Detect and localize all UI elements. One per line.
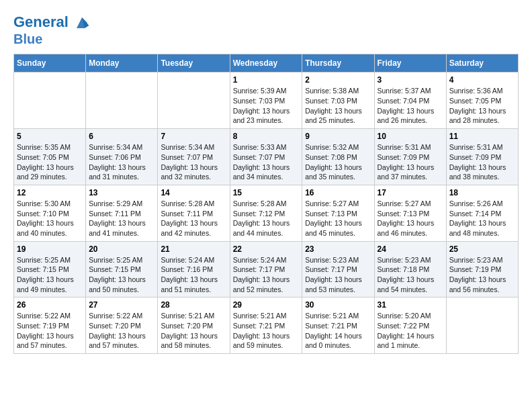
day-number: 18: [449, 188, 515, 197]
day-info: Sunrise: 5:29 AMSunset: 7:11 PMDaylight:…: [89, 199, 154, 238]
calendar-cell: 8Sunrise: 5:33 AMSunset: 7:07 PMDaylight…: [230, 129, 302, 185]
calendar-week-row: 12Sunrise: 5:30 AMSunset: 7:10 PMDayligh…: [14, 185, 519, 241]
weekday-header: Thursday: [302, 54, 374, 73]
day-number: 12: [17, 188, 83, 197]
day-info: Sunrise: 5:38 AMSunset: 7:03 PMDaylight:…: [305, 86, 371, 126]
day-number: 22: [233, 244, 300, 254]
day-info: Sunrise: 5:20 AMSunset: 7:22 PMDaylight:…: [378, 311, 443, 351]
calendar-week-row: 26Sunrise: 5:22 AMSunset: 7:19 PMDayligh…: [14, 298, 519, 354]
day-info: Sunrise: 5:36 AMSunset: 7:05 PMDaylight:…: [449, 86, 515, 126]
day-number: 24: [378, 244, 443, 254]
day-info: Sunrise: 5:33 AMSunset: 7:07 PMDaylight:…: [233, 142, 300, 182]
day-number: 14: [161, 188, 226, 197]
day-info: Sunrise: 5:28 AMSunset: 7:12 PMDaylight:…: [233, 199, 300, 238]
day-info: Sunrise: 5:23 AMSunset: 7:17 PMDaylight:…: [305, 255, 371, 295]
calendar-cell: [14, 73, 86, 129]
day-number: 21: [161, 244, 226, 254]
day-info: Sunrise: 5:21 AMSunset: 7:21 PMDaylight:…: [233, 311, 300, 351]
day-info: Sunrise: 5:22 AMSunset: 7:19 PMDaylight:…: [17, 311, 83, 351]
day-number: 2: [305, 75, 371, 85]
day-info: Sunrise: 5:34 AMSunset: 7:06 PMDaylight:…: [89, 142, 154, 182]
logo: General Blue: [13, 13, 90, 47]
calendar-cell: [86, 73, 158, 129]
weekday-header: Monday: [86, 54, 158, 73]
calendar-week-row: 5Sunrise: 5:35 AMSunset: 7:05 PMDaylight…: [14, 129, 519, 185]
calendar-cell: 6Sunrise: 5:34 AMSunset: 7:06 PMDaylight…: [86, 129, 158, 185]
day-number: 9: [305, 132, 371, 141]
calendar-cell: 20Sunrise: 5:25 AMSunset: 7:15 PMDayligh…: [86, 241, 158, 298]
day-number: 15: [233, 188, 300, 197]
calendar-table: SundayMondayTuesdayWednesdayThursdayFrid…: [13, 54, 519, 354]
weekday-header: Tuesday: [158, 54, 230, 73]
calendar-cell: 18Sunrise: 5:26 AMSunset: 7:14 PMDayligh…: [446, 185, 518, 241]
day-number: 27: [89, 300, 154, 310]
calendar-cell: 3Sunrise: 5:37 AMSunset: 7:04 PMDaylight…: [374, 73, 446, 129]
day-number: 31: [378, 300, 443, 310]
calendar-cell: 13Sunrise: 5:29 AMSunset: 7:11 PMDayligh…: [86, 185, 158, 241]
day-number: 19: [17, 244, 83, 254]
day-info: Sunrise: 5:34 AMSunset: 7:07 PMDaylight:…: [161, 142, 226, 182]
day-number: 25: [449, 244, 515, 254]
day-info: Sunrise: 5:39 AMSunset: 7:03 PMDaylight:…: [233, 86, 300, 126]
day-number: 17: [378, 188, 443, 197]
calendar-cell: [158, 73, 230, 129]
day-number: 4: [449, 75, 515, 85]
day-number: 7: [161, 132, 226, 141]
day-number: 3: [378, 75, 443, 85]
calendar-cell: 16Sunrise: 5:27 AMSunset: 7:13 PMDayligh…: [302, 185, 374, 241]
day-info: Sunrise: 5:21 AMSunset: 7:21 PMDaylight:…: [305, 311, 371, 351]
day-number: 5: [17, 132, 83, 141]
calendar-week-row: 1Sunrise: 5:39 AMSunset: 7:03 PMDaylight…: [14, 73, 519, 129]
day-info: Sunrise: 5:25 AMSunset: 7:15 PMDaylight:…: [17, 255, 83, 295]
weekday-header: Sunday: [14, 54, 86, 73]
calendar-cell: 27Sunrise: 5:22 AMSunset: 7:20 PMDayligh…: [86, 298, 158, 354]
day-number: 8: [233, 132, 300, 141]
day-info: Sunrise: 5:25 AMSunset: 7:15 PMDaylight:…: [89, 255, 154, 295]
calendar-cell: 28Sunrise: 5:21 AMSunset: 7:20 PMDayligh…: [158, 298, 230, 354]
logo-icon: [74, 15, 90, 31]
calendar-cell: 30Sunrise: 5:21 AMSunset: 7:21 PMDayligh…: [302, 298, 374, 354]
calendar-cell: 12Sunrise: 5:30 AMSunset: 7:10 PMDayligh…: [14, 185, 86, 241]
day-number: 30: [305, 300, 371, 310]
calendar-cell: 2Sunrise: 5:38 AMSunset: 7:03 PMDaylight…: [302, 73, 374, 129]
day-info: Sunrise: 5:30 AMSunset: 7:10 PMDaylight:…: [17, 199, 83, 238]
calendar-cell: 24Sunrise: 5:23 AMSunset: 7:18 PMDayligh…: [374, 241, 446, 298]
weekday-header: Wednesday: [230, 54, 302, 73]
page-header: General Blue: [13, 13, 519, 47]
day-info: Sunrise: 5:27 AMSunset: 7:13 PMDaylight:…: [305, 199, 371, 238]
day-info: Sunrise: 5:28 AMSunset: 7:11 PMDaylight:…: [161, 199, 226, 238]
day-info: Sunrise: 5:37 AMSunset: 7:04 PMDaylight:…: [378, 86, 443, 126]
day-number: 28: [161, 300, 226, 310]
calendar-cell: 17Sunrise: 5:27 AMSunset: 7:13 PMDayligh…: [374, 185, 446, 241]
day-number: 10: [378, 132, 443, 141]
calendar-cell: 26Sunrise: 5:22 AMSunset: 7:19 PMDayligh…: [14, 298, 86, 354]
day-info: Sunrise: 5:31 AMSunset: 7:09 PMDaylight:…: [449, 142, 515, 182]
calendar-cell: 31Sunrise: 5:20 AMSunset: 7:22 PMDayligh…: [374, 298, 446, 354]
calendar-header-row: SundayMondayTuesdayWednesdayThursdayFrid…: [14, 54, 519, 73]
day-info: Sunrise: 5:27 AMSunset: 7:13 PMDaylight:…: [378, 199, 443, 238]
day-number: 1: [233, 75, 300, 85]
day-number: 20: [89, 244, 154, 254]
day-info: Sunrise: 5:35 AMSunset: 7:05 PMDaylight:…: [17, 142, 83, 182]
calendar-cell: 10Sunrise: 5:31 AMSunset: 7:09 PMDayligh…: [374, 129, 446, 185]
calendar-cell: 22Sunrise: 5:24 AMSunset: 7:17 PMDayligh…: [230, 241, 302, 298]
day-number: 29: [233, 300, 300, 310]
calendar-cell: 21Sunrise: 5:24 AMSunset: 7:16 PMDayligh…: [158, 241, 230, 298]
calendar-cell: [446, 298, 518, 354]
logo-text: General: [13, 13, 90, 31]
calendar-cell: 15Sunrise: 5:28 AMSunset: 7:12 PMDayligh…: [230, 185, 302, 241]
calendar-cell: 1Sunrise: 5:39 AMSunset: 7:03 PMDaylight…: [230, 73, 302, 129]
day-info: Sunrise: 5:24 AMSunset: 7:16 PMDaylight:…: [161, 255, 226, 295]
calendar-cell: 25Sunrise: 5:23 AMSunset: 7:19 PMDayligh…: [446, 241, 518, 298]
calendar-cell: 11Sunrise: 5:31 AMSunset: 7:09 PMDayligh…: [446, 129, 518, 185]
weekday-header: Friday: [374, 54, 446, 73]
day-info: Sunrise: 5:24 AMSunset: 7:17 PMDaylight:…: [233, 255, 300, 295]
calendar-cell: 7Sunrise: 5:34 AMSunset: 7:07 PMDaylight…: [158, 129, 230, 185]
day-number: 6: [89, 132, 154, 141]
logo-blue-text: Blue: [13, 31, 90, 47]
calendar-cell: 9Sunrise: 5:32 AMSunset: 7:08 PMDaylight…: [302, 129, 374, 185]
day-number: 11: [449, 132, 515, 141]
calendar-cell: 14Sunrise: 5:28 AMSunset: 7:11 PMDayligh…: [158, 185, 230, 241]
day-info: Sunrise: 5:23 AMSunset: 7:18 PMDaylight:…: [378, 255, 443, 295]
calendar-cell: 29Sunrise: 5:21 AMSunset: 7:21 PMDayligh…: [230, 298, 302, 354]
